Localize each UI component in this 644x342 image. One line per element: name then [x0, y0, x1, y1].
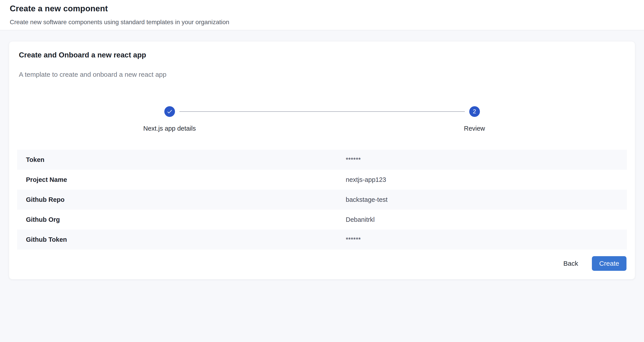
table-row: Github Repo backstage-test [17, 190, 627, 210]
back-button[interactable]: Back [560, 258, 581, 270]
row-label: Github Repo [26, 196, 346, 204]
table-row: Token ****** [17, 150, 627, 170]
table-row: Github Org Debanitrkl [17, 210, 627, 230]
step-number-indicator: 2 [469, 106, 480, 117]
row-value: ****** [346, 236, 627, 243]
step-nextjs-app-details: Next.js app details [17, 106, 322, 132]
create-button[interactable]: Create [592, 256, 626, 271]
page-subtitle: Create new software components using sta… [10, 18, 634, 26]
check-icon [166, 108, 173, 115]
card-footer: Back Create [17, 256, 627, 271]
table-row: Project Name nextjs-app123 [17, 170, 627, 190]
step-label: Next.js app details [143, 124, 196, 132]
step-review: 2 Review [322, 106, 627, 132]
row-value: backstage-test [346, 196, 627, 204]
table-row: Github Token ****** [17, 230, 627, 250]
row-value: Debanitrkl [346, 216, 627, 223]
row-label: Project Name [26, 176, 346, 184]
row-label: Github Org [26, 216, 346, 223]
step-completed-indicator [164, 106, 175, 117]
row-value: nextjs-app123 [346, 176, 627, 184]
page-header: Create a new component Create new softwa… [0, 0, 644, 30]
row-label: Github Token [26, 236, 346, 243]
page-title: Create a new component [10, 4, 634, 14]
review-table: Token ****** Project Name nextjs-app123 … [17, 150, 627, 250]
template-title: Create and Onboard a new react app [19, 50, 627, 60]
step-label: Review [464, 124, 485, 132]
template-subtitle: A template to create and onboard a new r… [19, 70, 627, 79]
template-card: Create and Onboard a new react app A tem… [9, 41, 635, 280]
row-value: ****** [346, 156, 627, 164]
row-label: Token [26, 156, 346, 164]
main-content: Create and Onboard a new react app A tem… [0, 30, 644, 280]
stepper: Next.js app details 2 Review [17, 106, 627, 132]
